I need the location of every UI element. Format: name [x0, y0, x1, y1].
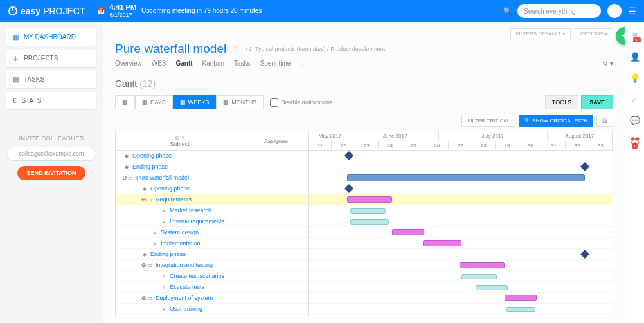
days-button[interactable]: ▦ DAYS [135, 95, 173, 109]
nav-tasks[interactable]: ▤TASKS [6, 71, 96, 88]
gantt-row [309, 194, 613, 205]
today-line [344, 151, 344, 317]
task-row[interactable]: ↳ Market research [116, 205, 308, 216]
task-row[interactable]: ⊖ ▭ Integration and testing [116, 260, 308, 271]
weeks-button[interactable]: ▦ WEEKS [173, 95, 217, 109]
calendar-icon[interactable]: 📅 [97, 7, 105, 14]
tab-more[interactable]: ... [300, 60, 305, 69]
bulb-icon[interactable]: 💡 [630, 73, 640, 83]
gantt-row [309, 151, 613, 162]
invite-title: INVITE COLLEAGUES [6, 135, 96, 142]
gantt-row [309, 216, 613, 227]
task-row[interactable]: ◆ Opening phase [116, 183, 308, 194]
task-row[interactable]: ↳ Documentation [116, 315, 308, 317]
gantt-row [309, 271, 613, 282]
task-row[interactable]: ⊖ ▭ Requirements [116, 194, 308, 205]
gantt-row [309, 315, 613, 317]
task-row[interactable]: ◆ Ending phase [116, 249, 308, 260]
menu-icon[interactable]: ☰ [628, 6, 636, 16]
tab-tasks[interactable]: Tasks [234, 60, 251, 69]
gantt-bar[interactable] [344, 184, 353, 193]
tab-wbs[interactable]: WBS [152, 60, 166, 69]
months-button[interactable]: ▦ MONTHS [216, 95, 264, 109]
gantt-bar[interactable] [460, 262, 505, 268]
task-row[interactable]: ↳ Implementation [116, 238, 308, 249]
col-subject[interactable]: Subject [170, 141, 189, 147]
page-title: Pure waterfall model [115, 42, 226, 56]
check-icon[interactable]: ✓ [631, 95, 638, 104]
flag-icon[interactable]: ⚑57 [631, 31, 639, 41]
show-critical-button[interactable]: 🔍 SHOW CRITICAL PATH [519, 115, 593, 127]
gantt-row [309, 260, 613, 271]
milestone[interactable] [580, 162, 589, 171]
col-assignee[interactable]: Assignee [244, 131, 308, 150]
filters-default[interactable]: FILTERS DEFAULT ▾ [510, 28, 571, 39]
content: + FILTERS DEFAULT ▾ OPTIONS ▾ Pure water… [103, 22, 625, 323]
tab-kanban[interactable]: Kanban [202, 60, 224, 69]
gantt-row [309, 304, 613, 315]
gantt-bar[interactable] [347, 196, 392, 203]
week-28: 28 [472, 141, 496, 151]
gantt-bar[interactable] [423, 240, 461, 246]
gantt-bar[interactable] [350, 219, 389, 225]
disable-notif[interactable]: Disable notifications [270, 98, 332, 107]
task-row[interactable]: ↳ System design [116, 227, 308, 238]
gantt-row [309, 249, 613, 260]
breadcrumb[interactable]: / 1. Typical projects (templates) / Prod… [246, 46, 385, 52]
user-icon[interactable]: 👤 [630, 52, 640, 62]
gantt-row [309, 205, 613, 216]
gantt-bar[interactable] [392, 229, 424, 235]
gantt-bar[interactable] [347, 174, 585, 181]
nav-stats[interactable]: €STATS [6, 92, 96, 109]
stats-icon: € [13, 97, 17, 104]
tasks-icon: ▤ [13, 76, 19, 83]
week-33: 33 [589, 141, 613, 151]
gantt-row [309, 227, 613, 238]
send-invitation-button[interactable]: SEND INVITATION [17, 166, 85, 180]
search-input[interactable]: Search everything [517, 4, 601, 18]
avatar[interactable] [607, 4, 622, 18]
filter-critical-button[interactable]: FILTER CRITICAL [461, 115, 515, 127]
alarm-icon[interactable]: ⏰1 [630, 137, 640, 147]
gantt-row [309, 238, 613, 249]
gantt-bar[interactable] [476, 285, 508, 290]
gantt-bar[interactable] [350, 208, 386, 214]
gantt-bar[interactable] [461, 274, 497, 279]
nav-dashboard[interactable]: ▦MY DASHBOARD [6, 28, 96, 46]
tab-gantt[interactable]: Gantt [175, 60, 192, 69]
task-row[interactable]: ↳ Internal requirements [116, 216, 308, 227]
logo[interactable]: easyPROJECT [8, 6, 85, 16]
gantt-bar[interactable] [506, 307, 535, 312]
add-button[interactable]: + [616, 27, 625, 45]
task-row[interactable]: ◆ Opening phase [116, 151, 308, 162]
month-july: July 2017 [439, 131, 548, 141]
search-icon[interactable]: 🔍 [503, 7, 512, 15]
tools-button[interactable]: TOOLS [545, 95, 578, 109]
tab-overview[interactable]: Overview [115, 60, 142, 69]
gantt-bar[interactable] [505, 295, 537, 301]
gantt-row [309, 162, 613, 172]
task-row[interactable]: ↳ Execute tests [116, 282, 308, 293]
task-row[interactable]: ↳ Create test scenarios [116, 271, 308, 282]
tab-spent[interactable]: Spent time [260, 60, 291, 69]
gantt-bar[interactable] [580, 250, 589, 259]
task-row[interactable]: ◆ Ending phase [116, 162, 308, 172]
projects-icon: ⚶ [13, 55, 19, 62]
save-button[interactable]: SAVE [581, 95, 613, 109]
export-button[interactable]: ▤ [596, 115, 613, 127]
week-21: 21 [309, 141, 332, 151]
milestone[interactable] [344, 151, 353, 160]
task-row[interactable]: ⊖ ▭ Pure waterfall model [116, 172, 308, 183]
task-row[interactable]: ↳ User training [116, 304, 308, 315]
sidebar: ▦MY DASHBOARD ⚶PROJECTS ▤TASKS €STATS IN… [0, 22, 103, 323]
cal-icon-button[interactable]: ▦ [115, 95, 135, 109]
week-29: 29 [496, 141, 519, 151]
favorite-icon[interactable]: ♡ [233, 45, 239, 53]
brand-bold: easy [21, 6, 40, 16]
gear-icon[interactable]: ⚙ ▾ [602, 60, 613, 69]
filters-options[interactable]: OPTIONS ▾ [575, 28, 613, 39]
chat-icon[interactable]: 💬 [630, 116, 640, 125]
nav-projects[interactable]: ⚶PROJECTS [6, 50, 96, 67]
invite-input[interactable]: colleague@example.com [6, 147, 96, 161]
task-row[interactable]: ⊖ ▭ Deployment of system [116, 293, 308, 304]
